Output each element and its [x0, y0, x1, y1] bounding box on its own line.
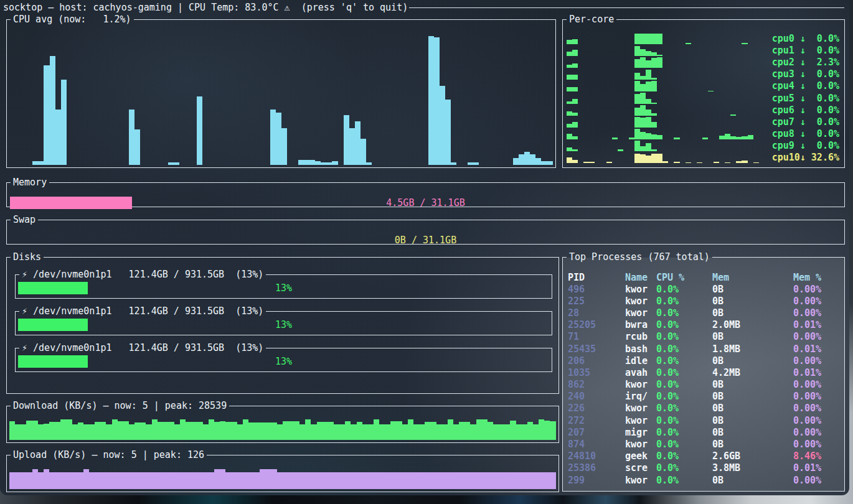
bar [567, 75, 572, 80]
process-cell: 0B [712, 355, 793, 366]
bar [535, 158, 541, 165]
process-cell: 2.6GB [712, 450, 793, 462]
process-row: 299kwor0.0%0B0.00% [568, 474, 839, 486]
disk-list: ⚡ /dev/nvme0n1p1 121.4GB / 931.5GB (13%)… [15, 270, 552, 380]
process-cell: migr [625, 427, 656, 438]
process-row: 207migr0.0%0B0.00% [568, 426, 839, 438]
bar [140, 472, 146, 489]
core-label: cpu3 ↓ 0.0% [770, 68, 839, 80]
bar [118, 421, 123, 440]
bar [742, 161, 747, 164]
process-cell: 0.0% [656, 296, 712, 307]
bar [651, 78, 657, 80]
process-row: 206idle0.0%0B0.00% [568, 355, 839, 366]
core-label: cpu10↓ 32.6% [770, 152, 839, 163]
bar [533, 424, 539, 440]
bar [61, 80, 67, 165]
process-cell: 0.0% [656, 439, 712, 450]
process-cell: 272 [568, 415, 625, 426]
disk-entry-title: ⚡ /dev/nvme0n1p1 121.4GB / 931.5GB (13%) [19, 307, 266, 315]
process-cell: rcub [625, 331, 656, 342]
bar [368, 472, 374, 489]
process-cell: 25435 [568, 343, 625, 355]
process-cell: 1035 [568, 367, 625, 378]
bar [169, 422, 174, 440]
bar [334, 424, 339, 440]
bar [174, 472, 180, 489]
disk-entry: ⚡ /dev/nvme0n1p1 121.4GB / 931.5GB (13%)… [15, 270, 552, 299]
process-table: PIDNameCPU %MemMem %496kwor0.0%0B0.00%22… [568, 271, 839, 486]
core-label: cpu2 ↓ 2.3% [770, 57, 839, 68]
bar [339, 424, 345, 440]
bar [95, 472, 100, 489]
bar [158, 422, 163, 440]
bar [254, 472, 260, 489]
per-core-panel-title: Per-core [567, 15, 616, 24]
bar [499, 424, 504, 440]
process-row: 71rcub0.0%0B0.00% [568, 331, 839, 343]
process-row: 496kwor0.0%0B0.00% [568, 283, 839, 295]
bar [583, 162, 589, 163]
bar [606, 162, 612, 163]
bar [366, 162, 372, 165]
bar [112, 419, 118, 440]
bar [464, 422, 470, 440]
bar [83, 469, 89, 489]
bar [572, 99, 578, 104]
bar [315, 161, 321, 165]
process-row: 226kwor0.0%0B0.00% [568, 403, 839, 414]
process-cell: 226 [568, 403, 625, 414]
bar [186, 422, 191, 440]
bar [66, 419, 72, 440]
bar [55, 422, 60, 440]
bar [55, 472, 60, 489]
bar [686, 162, 691, 164]
process-row: 25386scre0.0%3.8MB0.01% [568, 462, 839, 474]
bar [317, 422, 323, 440]
bar [572, 87, 578, 92]
core-row: cpu1 ↓ 0.0% [567, 44, 839, 56]
bar [522, 472, 527, 489]
bar [519, 154, 524, 165]
process-row: 28kwor0.0%0B0.00% [568, 307, 839, 319]
bar [674, 138, 679, 139]
process-header-cell: Mem [712, 272, 793, 283]
process-cell: geek [625, 450, 656, 462]
bar [100, 422, 106, 440]
process-cell: 874 [568, 439, 625, 450]
bar [265, 422, 271, 440]
bar [60, 472, 66, 489]
core-row: cpu10↓ 32.6% [567, 152, 839, 164]
core-label: cpu5 ↓ 0.0% [770, 93, 839, 104]
bar [281, 128, 287, 165]
bar [50, 56, 55, 165]
process-cell: 0.00% [793, 307, 839, 319]
process-cell: kwor [625, 439, 656, 450]
bar [134, 472, 140, 489]
bar [651, 149, 657, 152]
bar [493, 472, 499, 489]
bar [38, 472, 44, 489]
disk-usage-percent: 13% [16, 282, 552, 294]
process-cell: 0.0% [656, 355, 712, 366]
bar [634, 73, 640, 80]
terminal-window[interactable]: socktop — host: cachyos-gaming | CPU Tem… [0, 0, 849, 495]
bar [662, 161, 668, 164]
bar [328, 472, 334, 489]
bar [714, 162, 719, 163]
bar [311, 472, 316, 489]
core-sparkline [567, 57, 765, 68]
bar [567, 40, 572, 44]
process-cell: kwor [625, 475, 656, 486]
process-cell: 0B [712, 439, 793, 450]
process-cell: 0B [712, 296, 793, 307]
disk-usage-percent: 13% [16, 355, 552, 368]
bar [651, 52, 657, 55]
bar [612, 138, 618, 139]
bar [408, 419, 413, 440]
process-cell: 0B [712, 415, 793, 426]
bar [220, 469, 225, 489]
bar [260, 469, 265, 489]
bar [541, 161, 547, 165]
bar [21, 472, 26, 489]
